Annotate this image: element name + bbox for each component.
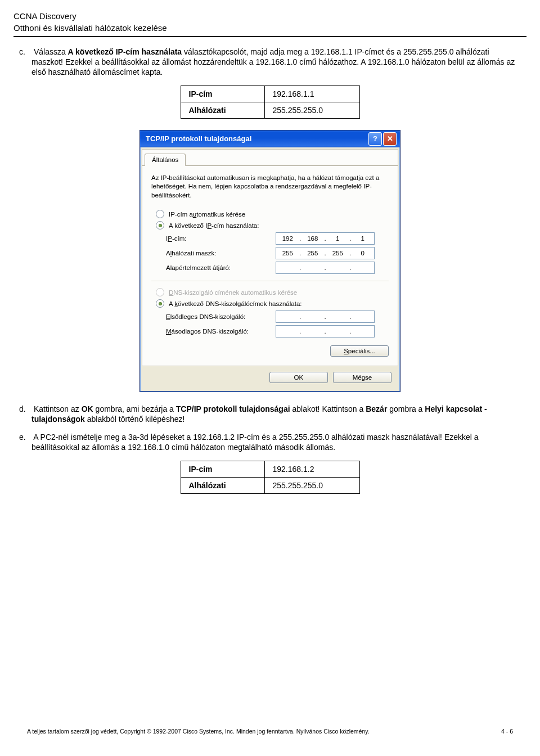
header-title: CCNA Discovery <box>14 11 526 21</box>
page-header: CCNA Discovery Otthoni és kisvállalati h… <box>14 11 526 37</box>
radio-use-dns[interactable]: A következő DNS-kiszolgálócímek használa… <box>156 299 389 308</box>
header-subtitle: Otthoni és kisvállalati hálózatok kezelé… <box>14 23 526 33</box>
radio-use-ip[interactable]: A következő IP-cím használata: <box>156 221 389 230</box>
special-button[interactable]: Speciális... <box>330 345 389 357</box>
radio-auto-ip[interactable]: IP-cím automatikus kérése <box>156 210 389 218</box>
cell-label: Alhálózati <box>181 477 264 493</box>
table-row: Alhálózati 255.255.255.0 <box>181 477 359 493</box>
radio-icon <box>156 221 164 230</box>
tabstrip: Általános <box>142 150 398 166</box>
tcpip-dialog: TCP/IP protokoll tulajdonságai ? ✕ Által… <box>140 130 400 393</box>
table-ip-1: IP-cím 192.168.1.1 Alhálózati 255.255.25… <box>181 86 360 119</box>
cell-label: IP-cím <box>181 461 264 477</box>
cell-value: 255.255.255.0 <box>264 477 359 493</box>
ok-button[interactable]: OK <box>269 372 328 383</box>
intro-text: Az IP-beállításokat automatikusan is meg… <box>151 174 389 200</box>
cell-value: 192.168.1.1 <box>264 86 359 102</box>
dns2-input[interactable]: . . . <box>276 325 375 338</box>
radio-icon <box>156 288 164 296</box>
list-item-e: e. A PC2-nél ismételje meg a 3a-3d lépés… <box>32 433 518 453</box>
table-ip-2: IP-cím 192.168.1.2 Alhálózati 255.255.25… <box>181 461 360 494</box>
field-ip: IP-cím: 192. 168. 1. 1 <box>166 232 389 245</box>
dialog-titlebar[interactable]: TCP/IP protokoll tulajdonságai ? ✕ <box>140 130 400 147</box>
mask-input[interactable]: 255. 255. 255. 0 <box>276 247 375 259</box>
separator <box>151 281 389 281</box>
cell-label: Alhálózati <box>181 102 264 118</box>
item-marker: c. <box>19 47 32 57</box>
field-dns1: Elsődleges DNS-kiszolgáló: . . . <box>166 310 389 323</box>
radio-auto-dns: DNS-kiszolgáló címének automatikus kérés… <box>156 288 389 296</box>
cancel-button[interactable]: Mégse <box>333 372 392 383</box>
header-rule <box>14 36 526 37</box>
field-dns2: Másodlagos DNS-kiszolgáló: . . . <box>166 325 389 338</box>
radio-icon <box>156 299 164 308</box>
dialog-body: Általános Az IP-beállításokat automatiku… <box>142 149 398 367</box>
cell-value: 192.168.1.2 <box>264 461 359 477</box>
page-footer: A teljes tartalom szerzői jog védett, Co… <box>27 728 513 735</box>
table-row: IP-cím 192.168.1.1 <box>181 86 359 102</box>
table-row: IP-cím 192.168.1.2 <box>181 461 359 477</box>
dns1-input[interactable]: . . . <box>276 310 375 323</box>
footer-copyright: A teljes tartalom szerzői jog védett, Co… <box>27 728 370 735</box>
tab-general[interactable]: Általános <box>145 154 186 166</box>
tab-content: Az IP-beállításokat automatikusan is meg… <box>142 166 398 366</box>
cell-value: 255.255.255.0 <box>264 102 359 118</box>
table-row: Alhálózati 255.255.255.0 <box>181 102 359 118</box>
help-button[interactable]: ? <box>368 132 382 146</box>
radio-icon <box>156 210 164 218</box>
page-number: 4 - 6 <box>501 728 513 735</box>
field-gateway: Alapértelmezett átjáró: . . . <box>166 262 389 274</box>
list-item-c: c. Válassza A következő IP-cím használat… <box>32 47 518 78</box>
text: Válassza <box>34 47 68 56</box>
item-marker: e. <box>19 433 32 443</box>
text: A PC2-nél ismételje meg a 3a-3d lépéseke… <box>32 433 479 452</box>
list-item-d: d. Kattintson az OK gombra, ami bezárja … <box>32 404 518 425</box>
gateway-input[interactable]: . . . <box>276 262 375 274</box>
dialog-button-bar: OK Mégse <box>142 366 398 390</box>
bold-text: A következő IP-cím használata <box>68 47 182 56</box>
ip-input[interactable]: 192. 168. 1. 1 <box>276 232 375 245</box>
cell-label: IP-cím <box>181 86 264 102</box>
dialog-title: TCP/IP protokoll tulajdonságai <box>146 134 367 143</box>
item-marker: d. <box>19 404 32 415</box>
close-button[interactable]: ✕ <box>383 132 397 146</box>
field-mask: Alhálózati maszk: 255. 255. 255. 0 <box>166 247 389 259</box>
